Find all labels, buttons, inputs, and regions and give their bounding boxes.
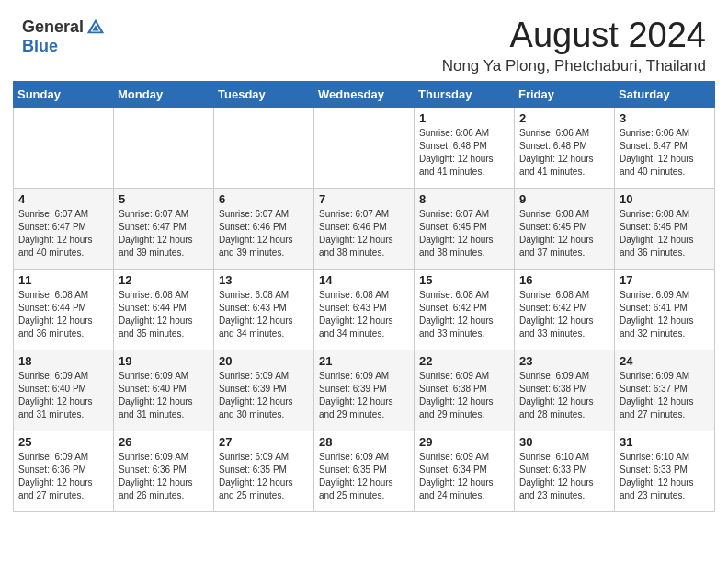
calendar-day-cell: 7Sunrise: 6:07 AM Sunset: 6:46 PM Daylig… [314,188,415,269]
calendar-day-cell: 19Sunrise: 6:09 AM Sunset: 6:40 PM Dayli… [114,350,214,431]
day-number: 29 [419,435,509,449]
calendar-day-cell: 30Sunrise: 6:10 AM Sunset: 6:33 PM Dayli… [515,431,615,511]
weekday-header-row: SundayMondayTuesdayWednesdayThursdayFrid… [14,81,715,107]
day-number: 25 [18,435,108,449]
calendar-day-cell: 4Sunrise: 6:07 AM Sunset: 6:47 PM Daylig… [14,188,114,269]
logo-icon [85,17,106,37]
calendar-day-cell: 20Sunrise: 6:09 AM Sunset: 6:39 PM Dayli… [214,350,314,431]
calendar-day-cell: 14Sunrise: 6:08 AM Sunset: 6:43 PM Dayli… [314,269,415,350]
day-number: 15 [419,273,509,287]
day-info: Sunrise: 6:09 AM Sunset: 6:38 PM Dayligh… [519,370,609,421]
calendar-body: 1Sunrise: 6:06 AM Sunset: 6:48 PM Daylig… [14,107,715,511]
day-number: 1 [419,111,509,125]
day-number: 22 [419,354,509,368]
calendar-day-cell: 24Sunrise: 6:09 AM Sunset: 6:37 PM Dayli… [615,350,715,431]
calendar-day-cell: 13Sunrise: 6:08 AM Sunset: 6:43 PM Dayli… [214,269,314,350]
day-number: 17 [620,273,710,287]
calendar-day-cell: 21Sunrise: 6:09 AM Sunset: 6:39 PM Dayli… [314,350,415,431]
calendar-day-cell: 12Sunrise: 6:08 AM Sunset: 6:44 PM Dayli… [114,269,214,350]
day-number: 5 [119,192,209,206]
calendar-day-cell: 31Sunrise: 6:10 AM Sunset: 6:33 PM Dayli… [615,431,715,511]
day-info: Sunrise: 6:09 AM Sunset: 6:35 PM Dayligh… [219,451,309,502]
weekday-header-cell: Thursday [415,81,515,107]
weekday-header-cell: Sunday [14,81,114,107]
day-number: 16 [519,273,609,287]
calendar-week-row: 18Sunrise: 6:09 AM Sunset: 6:40 PM Dayli… [14,350,715,431]
day-number: 6 [219,192,309,206]
day-number: 19 [119,354,209,368]
location-title: Nong Ya Plong, Phetchaburi, Thailand [442,57,706,75]
logo-blue-text: Blue [22,37,58,56]
calendar-day-cell: 16Sunrise: 6:08 AM Sunset: 6:42 PM Dayli… [515,269,615,350]
day-number: 30 [519,435,609,449]
day-info: Sunrise: 6:09 AM Sunset: 6:40 PM Dayligh… [18,370,108,421]
logo-general-text: General [22,17,84,37]
day-info: Sunrise: 6:10 AM Sunset: 6:33 PM Dayligh… [620,451,710,502]
weekday-header-cell: Friday [515,81,615,107]
day-info: Sunrise: 6:08 AM Sunset: 6:42 PM Dayligh… [419,289,509,340]
calendar-day-cell: 25Sunrise: 6:09 AM Sunset: 6:36 PM Dayli… [14,431,114,511]
calendar-day-cell: 28Sunrise: 6:09 AM Sunset: 6:35 PM Dayli… [314,431,415,511]
day-number: 24 [620,354,710,368]
calendar-day-cell: 1Sunrise: 6:06 AM Sunset: 6:48 PM Daylig… [415,107,515,188]
day-info: Sunrise: 6:07 AM Sunset: 6:47 PM Dayligh… [18,208,108,259]
day-info: Sunrise: 6:07 AM Sunset: 6:46 PM Dayligh… [219,208,309,259]
day-info: Sunrise: 6:07 AM Sunset: 6:45 PM Dayligh… [419,208,509,259]
calendar-day-cell: 10Sunrise: 6:08 AM Sunset: 6:45 PM Dayli… [615,188,715,269]
day-info: Sunrise: 6:08 AM Sunset: 6:45 PM Dayligh… [519,208,609,259]
calendar-day-cell: 11Sunrise: 6:08 AM Sunset: 6:44 PM Dayli… [14,269,114,350]
calendar-wrapper: SundayMondayTuesdayWednesdayThursdayFrid… [0,81,728,522]
day-number: 28 [319,435,409,449]
calendar-day-cell: 6Sunrise: 6:07 AM Sunset: 6:46 PM Daylig… [214,188,314,269]
calendar-day-cell [114,107,214,188]
day-info: Sunrise: 6:06 AM Sunset: 6:48 PM Dayligh… [519,127,609,178]
day-info: Sunrise: 6:09 AM Sunset: 6:41 PM Dayligh… [620,289,710,340]
month-title: August 2024 [442,17,706,55]
calendar-day-cell: 5Sunrise: 6:07 AM Sunset: 6:47 PM Daylig… [114,188,214,269]
calendar-day-cell: 2Sunrise: 6:06 AM Sunset: 6:48 PM Daylig… [515,107,615,188]
weekday-header-cell: Wednesday [314,81,415,107]
day-number: 18 [18,354,108,368]
day-number: 7 [319,192,409,206]
calendar-day-cell: 23Sunrise: 6:09 AM Sunset: 6:38 PM Dayli… [515,350,615,431]
calendar-day-cell [14,107,114,188]
day-number: 11 [18,273,108,287]
day-number: 20 [219,354,309,368]
day-info: Sunrise: 6:09 AM Sunset: 6:35 PM Dayligh… [319,451,409,502]
calendar-week-row: 11Sunrise: 6:08 AM Sunset: 6:44 PM Dayli… [14,269,715,350]
calendar-day-cell: 9Sunrise: 6:08 AM Sunset: 6:45 PM Daylig… [515,188,615,269]
calendar-week-row: 25Sunrise: 6:09 AM Sunset: 6:36 PM Dayli… [14,431,715,511]
calendar-day-cell: 15Sunrise: 6:08 AM Sunset: 6:42 PM Dayli… [415,269,515,350]
calendar-day-cell: 3Sunrise: 6:06 AM Sunset: 6:47 PM Daylig… [615,107,715,188]
day-info: Sunrise: 6:09 AM Sunset: 6:37 PM Dayligh… [620,370,710,421]
logo: General Blue [22,17,106,56]
page-header: General Blue August 2024 Nong Ya Plong, … [0,0,728,81]
calendar-day-cell: 27Sunrise: 6:09 AM Sunset: 6:35 PM Dayli… [214,431,314,511]
day-number: 10 [620,192,710,206]
day-number: 3 [620,111,710,125]
day-info: Sunrise: 6:09 AM Sunset: 6:36 PM Dayligh… [18,451,108,502]
calendar-day-cell [314,107,415,188]
day-number: 4 [18,192,108,206]
day-info: Sunrise: 6:08 AM Sunset: 6:43 PM Dayligh… [319,289,409,340]
weekday-header-cell: Tuesday [214,81,314,107]
day-number: 8 [419,192,509,206]
day-info: Sunrise: 6:07 AM Sunset: 6:46 PM Dayligh… [319,208,409,259]
day-number: 26 [119,435,209,449]
calendar-day-cell [214,107,314,188]
day-info: Sunrise: 6:09 AM Sunset: 6:39 PM Dayligh… [319,370,409,421]
day-info: Sunrise: 6:08 AM Sunset: 6:44 PM Dayligh… [18,289,108,340]
calendar-day-cell: 17Sunrise: 6:09 AM Sunset: 6:41 PM Dayli… [615,269,715,350]
day-info: Sunrise: 6:08 AM Sunset: 6:44 PM Dayligh… [119,289,209,340]
day-number: 27 [219,435,309,449]
calendar-day-cell: 29Sunrise: 6:09 AM Sunset: 6:34 PM Dayli… [415,431,515,511]
day-info: Sunrise: 6:10 AM Sunset: 6:33 PM Dayligh… [519,451,609,502]
day-info: Sunrise: 6:08 AM Sunset: 6:42 PM Dayligh… [519,289,609,340]
calendar-day-cell: 18Sunrise: 6:09 AM Sunset: 6:40 PM Dayli… [14,350,114,431]
day-info: Sunrise: 6:06 AM Sunset: 6:48 PM Dayligh… [419,127,509,178]
day-number: 2 [519,111,609,125]
day-number: 9 [519,192,609,206]
day-info: Sunrise: 6:09 AM Sunset: 6:34 PM Dayligh… [419,451,509,502]
weekday-header-cell: Saturday [615,81,715,107]
day-number: 21 [319,354,409,368]
